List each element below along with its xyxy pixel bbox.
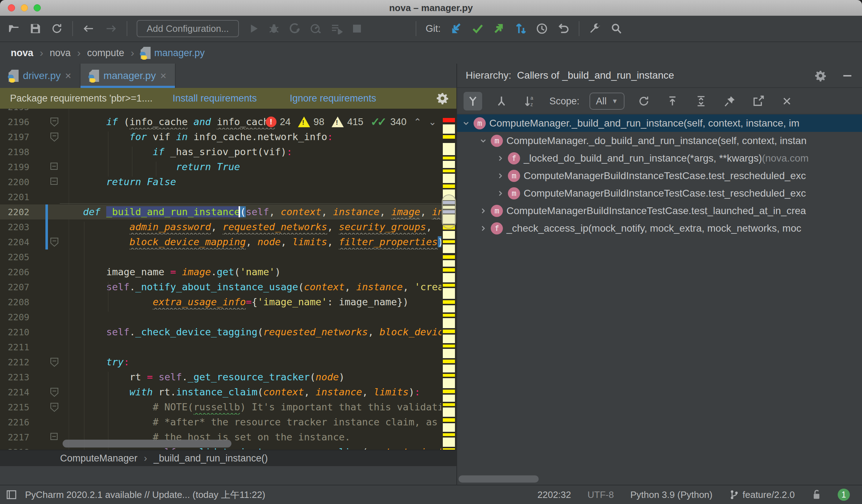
horizontal-scrollbar-thumb[interactable]	[459, 475, 539, 483]
fold-marker-icon[interactable]	[50, 117, 59, 128]
sort-alphabetically-button[interactable]: az	[521, 92, 539, 110]
wrench-icon[interactable]	[589, 23, 601, 35]
gutter[interactable]	[36, 415, 60, 430]
gutter[interactable]	[36, 340, 60, 355]
git-change-marker[interactable]	[45, 234, 48, 249]
gutter[interactable]	[36, 249, 60, 265]
chevron-right-icon[interactable]	[478, 224, 489, 232]
horizontal-scrollbar-thumb[interactable]	[63, 440, 231, 448]
gutter[interactable]	[36, 204, 60, 219]
fold-marker-icon[interactable]	[50, 237, 59, 248]
line-number[interactable]: 2206	[0, 267, 36, 277]
line-number[interactable]: 2205	[0, 252, 36, 262]
code-line[interactable]: 2214 with rt.instance_claim(context, ins…	[0, 385, 441, 400]
hierarchy-row[interactable]: mComputeManager._do_build_and_run_instan…	[457, 132, 862, 149]
fold-marker-icon[interactable]	[50, 132, 59, 143]
breadcrumb-folder[interactable]: nova	[50, 48, 71, 59]
gutter[interactable]	[36, 114, 60, 129]
line-number[interactable]: 2195	[0, 109, 36, 112]
code-line[interactable]: 2200 return False	[0, 174, 441, 189]
code-editor[interactable]: 21952196 if (info_cache and info_cache21…	[0, 109, 456, 450]
hierarchy-header[interactable]: Hierarchy: Callers of _build_and_run_ins…	[457, 64, 862, 88]
minimize-window-icon[interactable]	[21, 4, 28, 11]
run-with-coverage-icon[interactable]	[330, 23, 343, 34]
gutter[interactable]	[36, 430, 60, 445]
rollback-icon[interactable]	[557, 23, 569, 35]
refresh-icon[interactable]	[635, 92, 653, 110]
callee-hierarchy-button[interactable]	[492, 92, 511, 110]
python-interpreter[interactable]: Python 3.9 (Python)	[630, 489, 712, 500]
gutter[interactable]	[36, 189, 60, 204]
gutter[interactable]	[36, 265, 60, 280]
tab-driver-py[interactable]: driver.py ×	[0, 64, 80, 88]
code-line[interactable]: 2204 block_device_mapping, node, limits,…	[0, 234, 441, 249]
hide-panel-icon[interactable]	[842, 70, 853, 81]
gutter[interactable]	[36, 234, 60, 249]
ignore-requirements-link[interactable]: Ignore requirements	[290, 93, 376, 104]
add-configuration-button[interactable]: Add Configuration...	[137, 20, 239, 37]
hierarchy-row[interactable]: f_locked_do_build_and_run_instance(*args…	[457, 149, 862, 167]
breadcrumb-method[interactable]: _build_and_run_instance()	[153, 453, 268, 464]
fold-marker-icon[interactable]	[50, 357, 59, 369]
gutter[interactable]	[36, 219, 60, 234]
sync-icon[interactable]	[51, 23, 63, 35]
code-line[interactable]: 2197 for vif in info_cache.network_info:	[0, 129, 441, 144]
gutter[interactable]	[36, 129, 60, 144]
line-number[interactable]: 2208	[0, 297, 36, 307]
fold-marker-icon[interactable]	[50, 177, 58, 187]
close-icon[interactable]	[778, 92, 796, 110]
code-line[interactable]: 2209	[0, 310, 441, 325]
gutter[interactable]	[36, 355, 60, 370]
hierarchy-row[interactable]: mComputeManager._build_and_run_instance(…	[457, 114, 862, 132]
back-icon[interactable]	[82, 23, 95, 35]
fold-marker-icon[interactable]	[50, 162, 58, 172]
git-update-icon[interactable]	[450, 23, 462, 35]
previous-problem-icon[interactable]: ⌃	[413, 117, 421, 128]
chevron-down-icon[interactable]	[478, 137, 489, 145]
code-line[interactable]: 2205	[0, 249, 441, 265]
line-number[interactable]: 2212	[0, 357, 36, 367]
git-change-marker[interactable]	[45, 219, 48, 234]
caret-position[interactable]: 2202:32	[538, 489, 571, 500]
gutter[interactable]	[36, 385, 60, 400]
line-number[interactable]: 2207	[0, 282, 36, 292]
tab-manager-py[interactable]: manager.py ×	[80, 64, 176, 88]
line-number[interactable]: 2216	[0, 417, 36, 428]
scroll-to-top-icon[interactable]	[663, 92, 682, 110]
line-number[interactable]: 2210	[0, 327, 36, 337]
gutter[interactable]	[36, 280, 60, 295]
line-number[interactable]: 2213	[0, 372, 36, 382]
window-titlebar[interactable]: nova – manager.py	[0, 0, 862, 16]
close-window-icon[interactable]	[8, 4, 15, 11]
code-line[interactable]: 2199 return True	[0, 159, 441, 174]
line-number[interactable]: 2201	[0, 192, 36, 202]
search-everywhere-icon[interactable]	[610, 23, 622, 35]
install-requirements-link[interactable]: Install requirements	[172, 93, 257, 104]
forward-icon[interactable]	[104, 23, 117, 35]
code-line[interactable]: 2208 extra_usage_info={'image_name': ima…	[0, 295, 441, 310]
line-number[interactable]: 2200	[0, 177, 36, 187]
chevron-right-icon[interactable]	[495, 189, 506, 197]
close-tab-icon[interactable]: ×	[65, 70, 72, 81]
history-icon[interactable]	[536, 23, 548, 35]
code-line[interactable]: 2203 admin_password, requested_networks,…	[0, 219, 441, 234]
code-line[interactable]: 2207 self._notify_about_instance_usage(c…	[0, 280, 441, 295]
gutter[interactable]	[36, 325, 60, 340]
caller-hierarchy-button[interactable]	[464, 92, 482, 110]
chevron-down-icon[interactable]	[461, 119, 471, 127]
call-hierarchy-tree[interactable]: mComputeManager._build_and_run_instance(…	[457, 114, 862, 485]
git-branch-widget[interactable]: feature/2.2.0	[729, 489, 795, 500]
code-line[interactable]: 2212 try:	[0, 355, 441, 370]
line-number[interactable]: 2215	[0, 402, 36, 412]
breadcrumb-folder[interactable]: compute	[87, 48, 124, 59]
zoom-window-icon[interactable]	[34, 4, 41, 11]
code-line[interactable]: 2195	[0, 109, 441, 114]
scope-dropdown[interactable]: All ▼	[589, 93, 625, 110]
gutter[interactable]	[36, 174, 60, 189]
hierarchy-row[interactable]: mComputeManagerBuildInstanceTestCase.tes…	[457, 167, 862, 184]
gear-icon[interactable]	[815, 70, 826, 81]
line-number[interactable]: 2218	[0, 447, 36, 450]
line-number[interactable]: 2204	[0, 237, 36, 247]
inspections-widget[interactable]: !24 98 415 ✓✓340 ⌃ ⌄	[266, 114, 436, 129]
line-number[interactable]: 2196	[0, 117, 36, 127]
